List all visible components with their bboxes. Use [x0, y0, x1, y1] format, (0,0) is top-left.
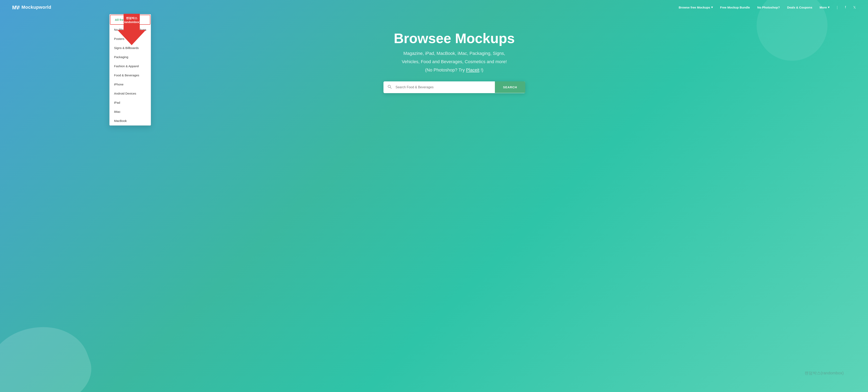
chevron-down-icon-more: ▾ — [828, 5, 830, 9]
dropdown-item-imac[interactable]: iMac — [110, 107, 151, 116]
randombox-watermark: 랜덤박스(randombox) — [805, 370, 844, 376]
hero-title: Browsee Mockups — [40, 31, 868, 46]
nav-deals[interactable]: Deals & Coupons — [787, 6, 812, 9]
search-button[interactable]: SEARCH — [495, 81, 525, 93]
arrow-label: 랜덤박스 (randombox) — [112, 14, 152, 24]
dropdown-item-packaging[interactable]: Packaging — [110, 53, 151, 62]
svg-text:MW: MW — [12, 5, 20, 10]
nav-more[interactable]: More ▾ — [819, 5, 830, 9]
nav-divider: | — [837, 5, 838, 9]
dropdown-item-fashion[interactable]: Fashion & Apparel — [110, 62, 151, 71]
logo-text: Mockupworld — [22, 5, 51, 10]
nav-browse[interactable]: Browse free Mockups ▾ — [679, 5, 713, 9]
twitter-icon[interactable]: 𝕏 — [853, 5, 856, 9]
hero-subtitle-line2: Vehicles, Food and Beverages, Cosmetics … — [40, 58, 868, 65]
svg-line-2 — [390, 87, 391, 89]
logo-area[interactable]: MW Mockupworld — [12, 4, 51, 11]
hero-subtitle-line3: (No Photoshop? Try Placeit !) — [40, 67, 868, 73]
hero-subtitle-line1: Magazine, iPad, MacBook, iMac, Packaging… — [40, 50, 868, 57]
search-input[interactable] — [396, 81, 495, 93]
arrow-head — [118, 30, 146, 45]
placeit-link[interactable]: Placeit — [466, 67, 479, 72]
nav-bundle[interactable]: Free Mockup Bundle — [720, 6, 750, 9]
annotation-arrow: 랜덤박스 (randombox) — [118, 14, 146, 45]
dropdown-item-iphone[interactable]: iPhone — [110, 80, 151, 89]
dropdown-item-macbook[interactable]: MacBook — [110, 116, 151, 125]
logo-icon: MW — [12, 4, 20, 11]
search-icon — [383, 85, 396, 90]
big-red-arrow: 랜덤박스 (randombox) — [118, 14, 146, 45]
chevron-down-icon: ▾ — [711, 5, 713, 9]
dropdown-item-android[interactable]: Android Devices — [110, 89, 151, 98]
nav-nophotoshop[interactable]: No Photoshop? — [757, 6, 780, 9]
navbar: MW Mockupworld Browse free Mockups ▾ Fre… — [0, 0, 868, 14]
facebook-icon[interactable]: f — [845, 5, 846, 9]
arrow-body: 랜덤박스 (randombox) — [124, 14, 140, 30]
nav-links: Browse free Mockups ▾ Free Mockup Bundle… — [679, 5, 856, 9]
dropdown-item-ipad[interactable]: iPad — [110, 98, 151, 107]
hero-section: MW Mockupworld Browse free Mockups ▾ Fre… — [0, 0, 868, 392]
dropdown-item-food[interactable]: Food & Beverages — [110, 71, 151, 80]
search-bar: SEARCH — [383, 81, 525, 93]
